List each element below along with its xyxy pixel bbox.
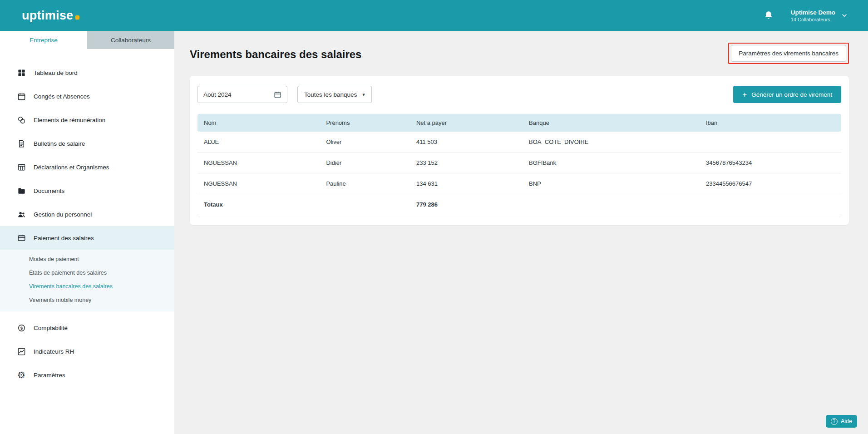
sidebar-item-bulletins-de-salaire[interactable]: Bulletins de salaire	[0, 132, 174, 155]
logo-mark-icon	[75, 15, 79, 20]
totals-value: 779 286	[410, 194, 523, 215]
cell-iban	[700, 132, 841, 153]
table-row: NGUESSAN Pauline 134 631 BNP 23344556676…	[197, 173, 841, 194]
sidebar-item-declarations-et-organismes[interactable]: Déclarations et Organismes	[0, 155, 174, 179]
cell-iban: 23344556676547	[700, 173, 841, 194]
cell-nom: NGUESSAN	[197, 153, 320, 173]
table-row: NGUESSAN Didier 233 152 BGFIBank 3456787…	[197, 153, 841, 173]
cell-banque: BOA_COTE_DIVOIRE	[523, 132, 700, 153]
sidebar-item-label: Paramètres	[34, 372, 65, 379]
transfer-settings-button[interactable]: Paramètres des virements bancaires	[731, 45, 846, 62]
totals-empty	[700, 194, 841, 215]
sidebar-item-elements-de-remuneration[interactable]: Elements de rémunération	[0, 108, 174, 132]
bell-icon[interactable]	[764, 10, 774, 20]
totals-empty	[320, 194, 410, 215]
sidebar-item-label: Indicateurs RH	[34, 348, 74, 355]
subitem-virements-mobile-money[interactable]: Virements mobile money	[0, 293, 174, 307]
main-content: Virements bancaires des salaires Paramèt…	[174, 31, 868, 434]
bank-filter-dropdown[interactable]: Toutes les banques ▾	[297, 86, 372, 103]
cell-iban: 34567876543234	[700, 153, 841, 173]
column-header-nom: Nom	[197, 114, 320, 132]
subitem-etats-de-paiement[interactable]: Etats de paiement des salaires	[0, 266, 174, 280]
month-picker[interactable]: Août 2024	[197, 86, 287, 103]
sidebar-item-documents[interactable]: Documents	[0, 179, 174, 202]
help-button-label: Aide	[841, 418, 852, 424]
gear-icon: ⚙	[16, 370, 26, 380]
cell-banque: BNP	[523, 173, 700, 194]
transfers-table: Nom Prénoms Net à payer Banque Iban ADJE…	[197, 114, 841, 215]
generate-transfer-order-button[interactable]: + Générer un ordre de virement	[733, 86, 841, 103]
bank-filter-value: Toutes les banques	[304, 91, 357, 98]
paiement-submenu: Modes de paiement Etats de paiement des …	[0, 250, 174, 311]
cell-nom: ADJE	[197, 132, 320, 153]
table-icon	[16, 162, 26, 172]
sidebar-item-label: Elements de rémunération	[34, 117, 105, 123]
user-menu[interactable]: Uptimise Demo 14 Collaborateurs	[791, 9, 848, 22]
cell-banque: BGFIBank	[523, 153, 700, 173]
sidebar-item-label: Tableau de bord	[34, 69, 78, 76]
month-picker-value: Août 2024	[203, 91, 232, 98]
coins-icon	[16, 115, 26, 125]
chart-icon	[16, 346, 26, 356]
sidebar-item-gestion-du-personnel[interactable]: Gestion du personnel	[0, 202, 174, 226]
transfers-card: Août 2024 Toutes les banques ▾ + Générer…	[190, 76, 849, 225]
help-button[interactable]: ? Aide	[826, 415, 857, 428]
totals-empty	[523, 194, 700, 215]
svg-text:$: $	[20, 326, 23, 330]
plus-icon: +	[742, 91, 747, 99]
sidebar-item-label: Déclarations et Organismes	[34, 164, 109, 171]
calendar-input-icon[interactable]	[274, 91, 281, 99]
totals-row: Totaux 779 286	[197, 194, 841, 215]
sidebar-item-tableau-de-bord[interactable]: Tableau de bord	[0, 61, 174, 84]
subitem-modes-de-paiement[interactable]: Modes de paiement	[0, 252, 174, 266]
people-icon	[16, 209, 26, 219]
sidebar-item-parametres[interactable]: ⚙ Paramètres	[0, 363, 174, 387]
help-icon: ?	[831, 418, 838, 425]
sidebar-item-conges-et-absences[interactable]: Congés et Absences	[0, 84, 174, 108]
sidebar-item-indicateurs-rh[interactable]: Indicateurs RH	[0, 340, 174, 363]
document-icon	[16, 138, 26, 148]
table-header-row: Nom Prénoms Net à payer Banque Iban	[197, 114, 841, 132]
user-subtitle: 14 Collaborateurs	[791, 17, 835, 22]
dropdown-caret-icon: ▾	[362, 92, 365, 98]
column-header-iban: Iban	[700, 114, 841, 132]
sidebar-tabs: Entreprise Collaborateurs	[0, 31, 174, 49]
cell-prenoms: Oliver	[320, 132, 410, 153]
calendar-icon	[16, 91, 26, 101]
totals-label: Totaux	[197, 194, 320, 215]
table-row: ADJE Oliver 411 503 BOA_COTE_DIVOIRE	[197, 132, 841, 153]
column-header-net-a-payer: Net à payer	[410, 114, 523, 132]
folder-icon	[16, 186, 26, 196]
sidebar-item-paiement-des-salaires[interactable]: Paiement des salaires	[0, 226, 174, 250]
chevron-down-icon[interactable]	[841, 12, 848, 19]
sidebar: Entreprise Collaborateurs Tableau de bor…	[0, 31, 174, 434]
logo: uptimise	[22, 9, 79, 23]
cell-prenoms: Didier	[320, 153, 410, 173]
cell-net: 411 503	[410, 132, 523, 153]
cell-net: 134 631	[410, 173, 523, 194]
grid-icon	[16, 68, 26, 78]
subitem-virements-bancaires[interactable]: Virements bancaires des salaires	[0, 280, 174, 293]
page-title: Virements bancaires des salaires	[190, 48, 361, 61]
sidebar-item-label: Bulletins de salaire	[34, 140, 85, 147]
user-name: Uptimise Demo	[791, 9, 835, 16]
dollar-icon: $	[16, 323, 26, 333]
cell-net: 233 152	[410, 153, 523, 173]
sidebar-item-label: Gestion du personnel	[34, 211, 92, 218]
sidebar-item-label: Comptabilité	[34, 325, 68, 331]
app-header: uptimise Uptimise Demo 14 Collaborateurs	[0, 0, 868, 31]
sidebar-item-label: Congés et Absences	[34, 93, 90, 100]
tab-collaborateurs[interactable]: Collaborateurs	[87, 31, 174, 49]
annotation-highlight: Paramètres des virements bancaires	[728, 43, 849, 64]
sidebar-item-comptabilite[interactable]: $ Comptabilité	[0, 316, 174, 340]
cell-nom: NGUESSAN	[197, 173, 320, 194]
tab-entreprise[interactable]: Entreprise	[0, 31, 87, 49]
cell-prenoms: Pauline	[320, 173, 410, 194]
sidebar-item-label: Documents	[34, 187, 64, 194]
card-icon	[16, 233, 26, 243]
column-header-prenoms: Prénoms	[320, 114, 410, 132]
logo-text: uptimise	[22, 9, 73, 23]
column-header-banque: Banque	[523, 114, 700, 132]
sidebar-item-label: Paiement des salaires	[34, 235, 94, 242]
generate-transfer-order-label: Générer un ordre de virement	[751, 91, 832, 98]
